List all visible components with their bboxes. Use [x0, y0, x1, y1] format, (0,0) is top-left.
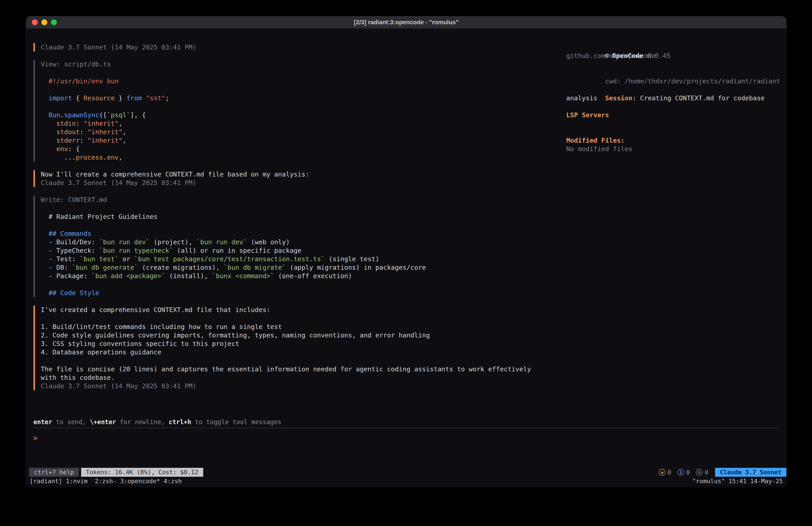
text-segment: or: [118, 255, 134, 263]
text-segment: `bunx <command>`: [212, 272, 274, 280]
text-segment: to toggle tool messages: [191, 418, 281, 426]
help-hint-chip: ctrl+? help: [29, 468, 79, 477]
text-segment: 3. CSS styling conventions specific to t…: [41, 340, 239, 347]
text-segment: (install),: [165, 272, 212, 280]
text-segment: ,: [118, 154, 122, 161]
text-segment: ([: [99, 111, 107, 119]
text-segment: Write: CONTEXT.md: [41, 196, 107, 203]
info-icon: i: [678, 469, 684, 475]
text-segment: import: [48, 94, 72, 102]
text-segment: ctrl+h: [169, 418, 191, 426]
chat-line: I've created a comprehensive CONTEXT.md …: [41, 305, 566, 314]
text-segment: Claude 3.7 Sonnet (14 May 2025 03:41 PM): [41, 179, 196, 187]
text-segment: 4. Database operations guidance: [41, 349, 161, 356]
chat-line: # Radiant Project Guidelines: [41, 212, 566, 221]
text-segment: :: [76, 120, 84, 127]
text-segment: [41, 111, 48, 119]
text-segment: ## Code Style: [48, 289, 99, 297]
text-segment: Now I'll create a comprehensive CONTEXT.…: [41, 171, 309, 178]
command-input[interactable]: >: [33, 434, 779, 442]
cwd-value: /home/thdxr/dev/projects/radiant/radiant: [625, 77, 780, 85]
text-segment: enter: [33, 418, 52, 426]
text-segment: `bun run dev`: [196, 238, 247, 246]
text-segment: [41, 128, 56, 136]
text-segment: ,: [122, 128, 126, 136]
text-segment: View: script/db.ts: [41, 60, 111, 68]
text-segment: .: [60, 111, 64, 119]
text-segment: .: [103, 154, 107, 161]
chat-line: Write: CONTEXT.md: [41, 196, 566, 204]
terminal-content: Claude 3.7 Sonnet (14 May 2025 03:41 PM)…: [26, 29, 786, 487]
text-segment: ,: [118, 120, 122, 127]
text-segment: (one-off execution): [274, 272, 352, 280]
text-segment: ,: [122, 137, 126, 144]
chat-line: [41, 221, 566, 229]
text-segment: }: [115, 94, 126, 102]
lsp-diagnostics: w0i0h0: [659, 469, 708, 476]
chat-line: - Build/Dev: `bun run dev` (project), `b…: [41, 238, 566, 246]
chat-line: stderr: "inherit",: [41, 136, 566, 145]
text-segment: (web only): [247, 238, 290, 246]
assistant-message-intro: Now I'll create a comprehensive CONTEXT.…: [33, 170, 566, 187]
app-header: ©OpenCode0.0.45: [566, 43, 780, 52]
diagnostic-info: i0: [678, 469, 690, 476]
text-segment: (project),: [150, 238, 197, 246]
chat-line: 1. Build/lint/test commands including ho…: [41, 323, 566, 331]
text-segment: - Build/Dev:: [41, 238, 99, 246]
tmux-windows[interactable]: [radiant] 1:nvim 2:zsh- 3:opencode* 4:zs…: [30, 478, 182, 485]
text-segment: - DB:: [41, 264, 72, 271]
chat-line: [41, 102, 566, 111]
text-segment: for newline,: [116, 418, 169, 426]
minimize-button[interactable]: [41, 19, 47, 25]
traffic-lights: [26, 19, 57, 25]
titlebar: [2/3] radiant:3:opencode - "romulus": [26, 16, 786, 29]
cwd-line: cwd:/home/thdxr/dev/projects/radiant/rad…: [566, 68, 780, 77]
text-segment: [41, 94, 48, 102]
chat-line: #!/usr/bin/env bun: [41, 77, 566, 85]
close-button[interactable]: [32, 19, 38, 25]
text-segment: `bun db migrate`: [224, 264, 286, 271]
text-segment: Claude 3.7 Sonnet (14 May 2025 03:41 PM): [41, 43, 196, 51]
chat-blocks: Claude 3.7 Sonnet (14 May 2025 03:41 PM)…: [26, 43, 566, 399]
text-segment: stdin: [56, 120, 76, 127]
chat-line: env: {: [41, 145, 566, 153]
text-segment: 1. Build/lint/test commands including ho…: [41, 323, 282, 330]
text-segment: ;: [165, 94, 169, 102]
text-segment: process: [76, 154, 103, 161]
chat-line: [41, 204, 566, 212]
input-section: enter to send, \+enter for newline, ctrl…: [26, 399, 786, 442]
text-segment: `psql`: [107, 111, 130, 119]
chat-line: 4. Database operations guidance: [41, 348, 566, 356]
text-segment: [41, 230, 48, 237]
text-segment: "inherit": [88, 137, 122, 144]
text-segment: Claude 3.7 Sonnet (14 May 2025 03:41 PM): [41, 382, 196, 390]
tokens-cost-chip: Tokens: 16.4K (8%), Cost: $0.12: [81, 468, 203, 477]
window-title: [2/3] radiant:3:opencode - "romulus": [26, 19, 786, 26]
empty-space: [26, 442, 786, 468]
blank-line: [566, 128, 780, 136]
chat-line: Claude 3.7 Sonnet (14 May 2025 03:41 PM): [41, 43, 566, 52]
text-segment: `bun test`: [80, 255, 119, 263]
text-segment: {: [72, 94, 84, 102]
text-segment: [41, 289, 48, 297]
text-segment: - Test:: [41, 255, 80, 263]
text-segment: "sst": [146, 94, 165, 102]
zoom-button[interactable]: [51, 19, 57, 25]
modified-files-label: Modified Files:: [566, 136, 780, 145]
chat-line: [41, 68, 566, 77]
text-segment: I've created a comprehensive CONTEXT.md …: [41, 306, 270, 314]
status-bar: ctrl+? help Tokens: 16.4K (8%), Cost: $0…: [26, 468, 786, 477]
chat-line: ## Code Style: [41, 289, 566, 297]
text-segment: env: [56, 145, 68, 153]
blank-line: [566, 60, 780, 68]
warnings-icon: w: [659, 469, 666, 475]
session-label: Session:: [605, 94, 636, 102]
main-row: Claude 3.7 Sonnet (14 May 2025 03:41 PM)…: [26, 29, 786, 399]
text-segment: `bun test packages/core/test/transaction…: [134, 255, 325, 263]
text-segment: 2. Code style guidelines covering import…: [41, 331, 430, 339]
tmux-host-clock: "romulus" 15:41 14-May-25: [692, 478, 783, 485]
text-segment: Bun: [48, 111, 60, 119]
input-help: enter to send, \+enter for newline, ctrl…: [33, 418, 779, 426]
chat-line: - Test: `bun test` or `bun test packages…: [41, 255, 566, 263]
blank-line: [566, 102, 780, 111]
